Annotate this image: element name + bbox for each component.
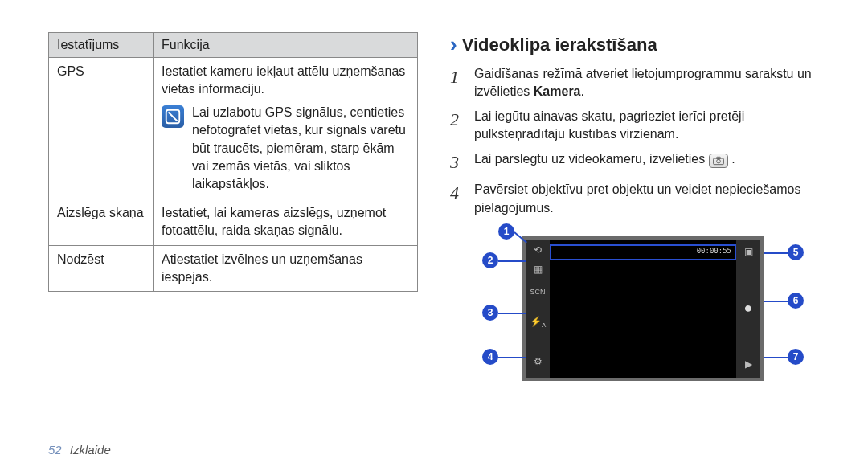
step-item: 3 Lai pārslēgtu uz videokameru, izvēliet… <box>450 150 820 175</box>
section-name: Izklaide <box>70 443 111 457</box>
recording-time: 00:00:55 <box>697 247 731 255</box>
callout-5: 5 <box>788 244 804 260</box>
step-number: 1 <box>450 65 466 101</box>
page-number: 52 <box>48 443 62 457</box>
chevron-right-icon: › <box>450 32 457 57</box>
step-item: 4 Pavērsiet objektīvu pret objektu un ve… <box>450 181 820 217</box>
step-item: 2 Lai iegūtu ainavas skatu, pagrieziet i… <box>450 108 820 144</box>
svg-line-1 <box>169 112 178 121</box>
callout-4: 4 <box>482 349 498 365</box>
switch-camera-icon: ⟲ <box>530 244 546 256</box>
section-heading: › Videoklipa ierakstīšana <box>450 32 820 57</box>
table-header-function: Funkcija <box>154 33 418 58</box>
camera-icon <box>709 154 728 168</box>
step-number: 4 <box>450 181 466 217</box>
setting-desc: Iestatiet, lai kameras aizslēgs, uzņemot… <box>154 199 418 245</box>
setting-name: GPS <box>49 58 154 199</box>
settings-table: Iestatījums Funkcija GPS Iestatiet kamer… <box>48 32 418 292</box>
play-icon: ▶ <box>740 358 756 370</box>
heading-text: Videoklipa ierakstīšana <box>462 35 657 55</box>
record-button-icon: ● <box>740 300 756 317</box>
step-item: 1 Gaidīšanas režīmā atveriet lietojumpro… <box>450 65 820 101</box>
setting-note: Lai uzlabotu GPS signālus, centieties ne… <box>192 104 409 194</box>
setting-name: Nodzēst <box>49 245 154 292</box>
film-icon: ▦ <box>530 264 546 275</box>
table-header-setting: Iestatījums <box>49 33 154 58</box>
callout-6: 6 <box>788 293 804 309</box>
table-row: Nodzēst Atiestatiet izvēlnes un uzņemšan… <box>49 245 418 292</box>
svg-point-4 <box>716 159 720 163</box>
svg-rect-3 <box>716 157 720 158</box>
flash-icon: ⚡A <box>530 316 546 329</box>
steps-list: 1 Gaidīšanas režīmā atveriet lietojumpro… <box>450 65 820 217</box>
note-icon <box>162 105 184 128</box>
callout-3: 3 <box>482 305 498 321</box>
setting-desc: Atiestatiet izvēlnes un uzņemšanas iespē… <box>154 245 418 292</box>
mode-switch-icon: ▣ <box>740 246 756 257</box>
setting-name: Aizslēga skaņa <box>49 199 154 245</box>
callout-2: 2 <box>482 252 498 268</box>
settings-icon: ⚙ <box>530 356 546 367</box>
camera-screen: 00:00:55 ⟲ ▦ SCN ⚡A ⚙ ▣ ● ▶ <box>522 236 764 381</box>
step-number: 2 <box>450 108 466 144</box>
page-footer: 52 Izklaide <box>48 443 111 457</box>
scene-icon: SCN <box>530 288 546 296</box>
table-row: GPS Iestatiet kameru iekļaut attēlu uzņe… <box>49 58 418 199</box>
camera-diagram: 00:00:55 ⟲ ▦ SCN ⚡A ⚙ ▣ ● ▶ 1 2 3 4 <box>474 228 812 389</box>
step-number: 3 <box>450 150 466 175</box>
setting-desc: Iestatiet kameru iekļaut attēlu uzņemšan… <box>154 58 418 199</box>
callout-7: 7 <box>788 349 804 365</box>
table-row: Aizslēga skaņa Iestatiet, lai kameras ai… <box>49 199 418 245</box>
callout-1: 1 <box>498 223 514 240</box>
